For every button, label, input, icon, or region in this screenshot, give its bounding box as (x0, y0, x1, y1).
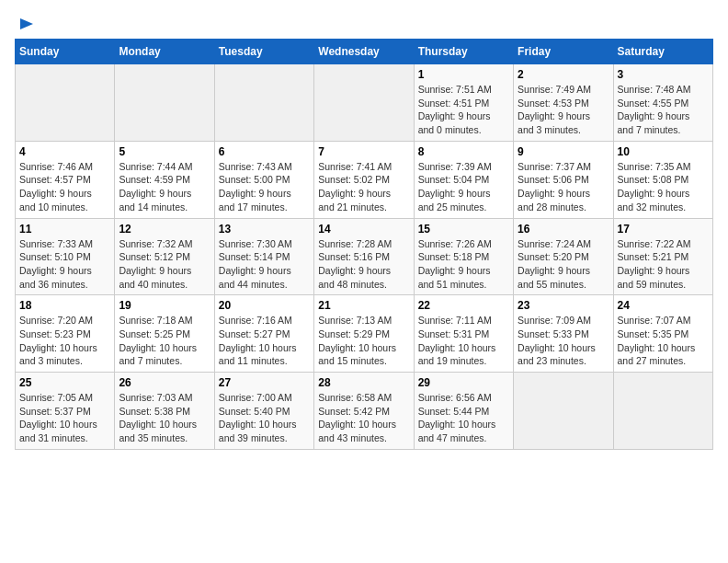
day-number: 26 (119, 376, 210, 389)
day-number: 25 (19, 376, 110, 389)
calendar-cell: 2Sunrise: 7:49 AM Sunset: 4:53 PM Daylig… (514, 64, 613, 142)
calendar-header-tuesday: Tuesday (214, 40, 313, 64)
calendar-cell: 7Sunrise: 7:41 AM Sunset: 5:02 PM Daylig… (314, 141, 414, 218)
day-info: Sunrise: 7:41 AM Sunset: 5:02 PM Dayligh… (318, 160, 409, 214)
day-info: Sunrise: 7:16 AM Sunset: 5:27 PM Dayligh… (219, 314, 310, 368)
day-info: Sunrise: 7:20 AM Sunset: 5:23 PM Dayligh… (19, 314, 110, 368)
calendar-header-thursday: Thursday (414, 40, 513, 64)
day-info: Sunrise: 7:39 AM Sunset: 5:04 PM Dayligh… (418, 160, 509, 214)
day-number: 19 (119, 299, 210, 312)
calendar-week-row: 11Sunrise: 7:33 AM Sunset: 5:10 PM Dayli… (16, 218, 713, 295)
day-number: 16 (518, 223, 609, 236)
calendar-table: SundayMondayTuesdayWednesdayThursdayFrid… (15, 39, 713, 450)
day-info: Sunrise: 7:07 AM Sunset: 5:35 PM Dayligh… (618, 314, 709, 368)
calendar-cell (514, 373, 613, 450)
calendar-header-sunday: Sunday (16, 40, 115, 64)
day-info: Sunrise: 7:03 AM Sunset: 5:38 PM Dayligh… (119, 391, 210, 445)
calendar-cell (214, 64, 313, 142)
calendar-week-row: 25Sunrise: 7:05 AM Sunset: 5:37 PM Dayli… (16, 373, 713, 450)
day-number: 13 (219, 223, 310, 236)
day-info: Sunrise: 7:37 AM Sunset: 5:06 PM Dayligh… (518, 160, 609, 214)
day-info: Sunrise: 7:00 AM Sunset: 5:40 PM Dayligh… (219, 391, 310, 445)
calendar-cell: 3Sunrise: 7:48 AM Sunset: 4:55 PM Daylig… (613, 64, 712, 142)
day-info: Sunrise: 7:33 AM Sunset: 5:10 PM Dayligh… (19, 237, 110, 292)
day-info: Sunrise: 7:49 AM Sunset: 4:53 PM Dayligh… (518, 83, 609, 137)
calendar-header-wednesday: Wednesday (314, 40, 414, 64)
calendar-cell: 8Sunrise: 7:39 AM Sunset: 5:04 PM Daylig… (414, 141, 513, 218)
calendar-header-row: SundayMondayTuesdayWednesdayThursdayFrid… (16, 40, 713, 64)
calendar-cell: 10Sunrise: 7:35 AM Sunset: 5:08 PM Dayli… (613, 141, 712, 218)
calendar-header-monday: Monday (115, 40, 214, 64)
day-number: 27 (219, 376, 310, 389)
page-header (15, 15, 713, 31)
calendar-cell: 22Sunrise: 7:11 AM Sunset: 5:31 PM Dayli… (414, 295, 513, 373)
calendar-cell: 17Sunrise: 7:22 AM Sunset: 5:21 PM Dayli… (613, 218, 712, 295)
calendar-cell: 12Sunrise: 7:32 AM Sunset: 5:12 PM Dayli… (115, 218, 214, 295)
calendar-cell: 13Sunrise: 7:30 AM Sunset: 5:14 PM Dayli… (214, 218, 313, 295)
day-number: 15 (418, 223, 509, 236)
day-number: 20 (219, 299, 310, 312)
calendar-cell: 14Sunrise: 7:28 AM Sunset: 5:16 PM Dayli… (314, 218, 414, 295)
day-number: 23 (518, 299, 609, 312)
calendar-cell: 20Sunrise: 7:16 AM Sunset: 5:27 PM Dayli… (214, 295, 313, 373)
calendar-cell (613, 373, 712, 450)
calendar-cell: 16Sunrise: 7:24 AM Sunset: 5:20 PM Dayli… (514, 218, 613, 295)
day-info: Sunrise: 7:26 AM Sunset: 5:18 PM Dayligh… (418, 237, 509, 292)
day-number: 14 (318, 223, 409, 236)
day-info: Sunrise: 7:43 AM Sunset: 5:00 PM Dayligh… (219, 160, 310, 214)
logo (15, 15, 37, 31)
calendar-cell (314, 64, 414, 142)
day-info: Sunrise: 6:56 AM Sunset: 5:44 PM Dayligh… (418, 391, 509, 445)
day-info: Sunrise: 7:13 AM Sunset: 5:29 PM Dayligh… (318, 314, 409, 368)
calendar-cell: 23Sunrise: 7:09 AM Sunset: 5:33 PM Dayli… (514, 295, 613, 373)
calendar-cell: 18Sunrise: 7:20 AM Sunset: 5:23 PM Dayli… (16, 295, 115, 373)
day-number: 7 (318, 145, 409, 158)
day-number: 9 (518, 145, 609, 158)
calendar-cell (16, 64, 115, 142)
day-info: Sunrise: 7:51 AM Sunset: 4:51 PM Dayligh… (418, 83, 509, 137)
calendar-cell (115, 64, 214, 142)
calendar-cell: 24Sunrise: 7:07 AM Sunset: 5:35 PM Dayli… (613, 295, 712, 373)
day-info: Sunrise: 7:35 AM Sunset: 5:08 PM Dayligh… (618, 160, 709, 214)
day-number: 1 (418, 68, 509, 81)
day-number: 6 (219, 145, 310, 158)
day-info: Sunrise: 7:24 AM Sunset: 5:20 PM Dayligh… (518, 237, 609, 292)
day-number: 22 (418, 299, 509, 312)
day-number: 4 (19, 145, 110, 158)
day-number: 2 (518, 68, 609, 81)
day-info: Sunrise: 7:11 AM Sunset: 5:31 PM Dayligh… (418, 314, 509, 368)
day-number: 8 (418, 145, 509, 158)
day-number: 5 (119, 145, 210, 158)
calendar-cell: 4Sunrise: 7:46 AM Sunset: 4:57 PM Daylig… (16, 141, 115, 218)
calendar-week-row: 1Sunrise: 7:51 AM Sunset: 4:51 PM Daylig… (16, 64, 713, 142)
day-info: Sunrise: 7:30 AM Sunset: 5:14 PM Dayligh… (219, 237, 310, 292)
calendar-header-friday: Friday (514, 40, 613, 64)
day-info: Sunrise: 7:46 AM Sunset: 4:57 PM Dayligh… (19, 160, 110, 214)
calendar-cell: 5Sunrise: 7:44 AM Sunset: 4:59 PM Daylig… (115, 141, 214, 218)
day-number: 12 (119, 223, 210, 236)
day-number: 17 (618, 223, 709, 236)
calendar-cell: 29Sunrise: 6:56 AM Sunset: 5:44 PM Dayli… (414, 373, 513, 450)
day-number: 18 (19, 299, 110, 312)
calendar-header-saturday: Saturday (613, 40, 712, 64)
calendar-cell: 28Sunrise: 6:58 AM Sunset: 5:42 PM Dayli… (314, 373, 414, 450)
calendar-cell: 19Sunrise: 7:18 AM Sunset: 5:25 PM Dayli… (115, 295, 214, 373)
logo-flag-icon (17, 15, 37, 35)
calendar-cell: 27Sunrise: 7:00 AM Sunset: 5:40 PM Dayli… (214, 373, 313, 450)
calendar-week-row: 4Sunrise: 7:46 AM Sunset: 4:57 PM Daylig… (16, 141, 713, 218)
calendar-cell: 26Sunrise: 7:03 AM Sunset: 5:38 PM Dayli… (115, 373, 214, 450)
day-info: Sunrise: 7:09 AM Sunset: 5:33 PM Dayligh… (518, 314, 609, 368)
calendar-cell: 6Sunrise: 7:43 AM Sunset: 5:00 PM Daylig… (214, 141, 313, 218)
day-info: Sunrise: 7:44 AM Sunset: 4:59 PM Dayligh… (119, 160, 210, 214)
day-info: Sunrise: 7:28 AM Sunset: 5:16 PM Dayligh… (318, 237, 409, 292)
day-info: Sunrise: 7:48 AM Sunset: 4:55 PM Dayligh… (618, 83, 709, 137)
day-number: 10 (618, 145, 709, 158)
day-info: Sunrise: 7:22 AM Sunset: 5:21 PM Dayligh… (618, 237, 709, 292)
calendar-week-row: 18Sunrise: 7:20 AM Sunset: 5:23 PM Dayli… (16, 295, 713, 373)
calendar-cell: 25Sunrise: 7:05 AM Sunset: 5:37 PM Dayli… (16, 373, 115, 450)
calendar-cell: 1Sunrise: 7:51 AM Sunset: 4:51 PM Daylig… (414, 64, 513, 142)
calendar-cell: 11Sunrise: 7:33 AM Sunset: 5:10 PM Dayli… (16, 218, 115, 295)
svg-marker-0 (20, 18, 33, 29)
day-number: 28 (318, 376, 409, 389)
calendar-cell: 21Sunrise: 7:13 AM Sunset: 5:29 PM Dayli… (314, 295, 414, 373)
